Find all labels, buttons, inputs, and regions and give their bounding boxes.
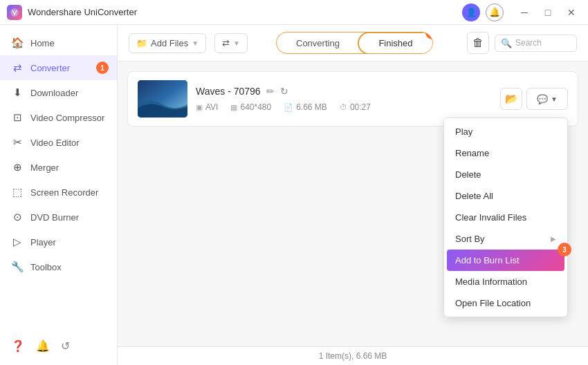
app-icon [7,5,22,20]
menu-open-file-location-label: Open File Location [455,298,531,308]
bell-icon[interactable]: 🔔 [486,3,504,21]
menu-item-open-file-location[interactable]: Open File Location [444,292,567,314]
sidebar-item-downloader[interactable]: ⬇ Downloader [0,80,117,105]
toolbox-icon: 🔧 [11,261,24,273]
tab-finished[interactable]: Finished [358,32,433,54]
refresh-file-icon[interactable]: ↻ [280,86,288,97]
resolution-icon: ▦ [230,103,237,112]
file-card: Waves - 70796 ✏ ↻ ▣ AVI ▦ 640*480 [127,71,578,127]
status-bar: 1 Item(s), 6.66 MB [118,346,588,365]
menu-item-delete-all[interactable]: Delete All [444,185,567,207]
sidebar: 🏠 Home ⇄ Converter 1 ⬇ Downloader ⊡ Vide… [0,25,118,365]
sidebar-item-home-label: Home [30,38,55,48]
sidebar-item-dvd-burner-label: DVD Burner [30,212,79,223]
file-duration: 00:27 [350,102,371,112]
player-icon: ▷ [11,236,24,248]
app-title: Wondershare UniConverter [28,7,137,17]
context-menu-badge: 3 [558,243,571,256]
menu-delete-all-label: Delete All [455,191,493,201]
merger-icon: ⊕ [11,161,24,174]
downloader-icon: ⬇ [11,86,24,99]
file-meta: ▣ AVI ▦ 640*480 📄 6.66 MB ⏱ [196,102,492,112]
user-icon[interactable]: 👤 [462,3,480,21]
sidebar-item-video-editor-label: Video Editor [30,138,80,148]
sidebar-item-video-compressor[interactable]: ⊡ Video Compressor [0,105,117,130]
sidebar-item-screen-recorder[interactable]: ⬚ Screen Recorder [0,180,117,205]
menu-add-to-burn-list-label: Add to Burn List [455,255,520,265]
title-bar-icons: 👤 🔔 [462,3,504,21]
converter-badge: 1 [96,62,109,74]
menu-item-clear-invalid[interactable]: Clear Invalid Files [444,207,567,228]
more-options-button[interactable]: 💬 ▼ [526,88,568,110]
minimize-button[interactable]: ─ [515,5,534,20]
top-toolbar: 📁 Add Files ▼ ⇄ ▼ Converting Finished 2 … [118,25,588,62]
folder-icon: 📂 [505,93,518,105]
convert-dropdown-icon: ▼ [233,39,240,47]
file-name-row: Waves - 70796 ✏ ↻ [196,86,492,97]
file-size-item: 📄 6.66 MB [284,102,327,112]
sidebar-item-toolbox[interactable]: 🔧 Toolbox [0,254,117,279]
sidebar-item-merger[interactable]: ⊕ Merger [0,155,117,180]
menu-item-play[interactable]: Play [444,121,567,142]
status-text: 1 Item(s), 6.66 MB [319,351,387,361]
sidebar-item-converter[interactable]: ⇄ Converter 1 [0,55,117,80]
edit-icon[interactable]: ✏ [266,86,275,97]
menu-item-delete[interactable]: Delete [444,164,567,185]
converter-icon: ⇄ [11,62,24,74]
file-resolution: 640*480 [240,102,271,112]
sort-by-arrow-icon: ▶ [551,235,556,243]
menu-item-media-information[interactable]: Media Information [444,271,567,292]
title-bar: Wondershare UniConverter 👤 🔔 ─ □ ✕ [0,0,588,25]
video-compressor-icon: ⊡ [11,111,24,124]
sidebar-item-video-editor[interactable]: ✂ Video Editor [0,130,117,155]
open-folder-button[interactable]: 📂 [500,88,522,110]
menu-rename-label: Rename [455,148,489,158]
add-files-button[interactable]: 📁 Add Files ▼ [129,33,206,53]
add-files-dropdown-icon: ▼ [192,39,199,47]
file-actions-right: 📂 💬 ▼ [500,88,568,110]
format-icon: ▣ [196,103,203,112]
close-button[interactable]: ✕ [562,5,581,20]
content-area: 📁 Add Files ▼ ⇄ ▼ Converting Finished 2 … [118,25,588,365]
sidebar-item-player[interactable]: ▷ Player [0,230,117,254]
tab-converting[interactable]: Converting [277,32,359,53]
delete-button[interactable]: 🗑 [467,32,489,54]
thumbnail-image [138,80,187,118]
menu-clear-invalid-label: Clear Invalid Files [455,212,526,223]
file-format: AVI [205,102,218,112]
menu-play-label: Play [455,127,472,137]
menu-sort-by-label: Sort By [455,234,485,244]
menu-item-rename[interactable]: Rename [444,142,567,164]
sidebar-item-downloader-label: Downloader [30,88,78,98]
convert-icon: ⇄ [222,38,230,48]
menu-delete-label: Delete [455,169,481,180]
file-list-area: Waves - 70796 ✏ ↻ ▣ AVI ▦ 640*480 [118,62,588,346]
maximize-button[interactable]: □ [538,5,558,20]
add-files-icon: 📁 [136,38,147,48]
screen-recorder-icon: ⬚ [11,186,24,198]
main-layout: 🏠 Home ⇄ Converter 1 ⬇ Downloader ⊡ Vide… [0,25,588,365]
refresh-icon[interactable]: ↺ [61,339,70,353]
menu-item-add-to-burn-list[interactable]: Add to Burn List 3 [447,250,564,271]
duration-icon: ⏱ [340,103,347,111]
help-icon[interactable]: ❓ [11,339,25,353]
sidebar-item-player-label: Player [30,237,56,247]
search-box[interactable]: 🔍 [495,35,577,52]
convert-to-button[interactable]: ⇄ ▼ [214,33,248,53]
menu-item-sort-by[interactable]: Sort By ▶ [444,228,567,250]
sidebar-item-merger-label: Merger [30,162,59,173]
search-input[interactable] [515,38,571,48]
sidebar-bottom: ❓ 🔔 ↺ [0,333,117,359]
waves-thumbnail [138,80,187,118]
size-icon: 📄 [284,103,293,112]
tab-switcher: Converting Finished 2 [276,32,433,54]
sidebar-item-home[interactable]: 🏠 Home [0,30,117,55]
dvd-burner-icon: ⊙ [11,211,24,223]
more-chevron-icon: ▼ [551,95,558,103]
sidebar-item-dvd-burner[interactable]: ⊙ DVD Burner [0,205,117,230]
notification-icon[interactable]: 🔔 [36,339,50,353]
search-icon: 🔍 [501,38,512,48]
sidebar-item-converter-label: Converter [30,63,70,73]
file-size: 6.66 MB [296,102,327,112]
file-info: Waves - 70796 ✏ ↻ ▣ AVI ▦ 640*480 [196,86,492,112]
